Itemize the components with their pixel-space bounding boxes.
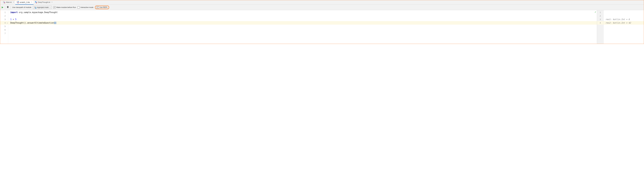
gutter-line: 5 (0, 25, 8, 28)
gutter-line: 3 (0, 18, 8, 21)
interactive-mode-checkbox[interactable]: Interactive mode (78, 6, 94, 9)
results-gutter-line: 3 (597, 18, 604, 21)
kotlin-scratch-icon (17, 1, 19, 3)
gutter-line: 1 (0, 11, 8, 14)
checkbox-label: Use REPL (100, 6, 108, 8)
tab-main-kt[interactable]: Main.kt × (2, 0, 15, 5)
tab-label: scratch_1.kts (20, 1, 30, 3)
tab-label: Main.kt (6, 1, 12, 3)
results-gutter-line: 1 (597, 11, 604, 14)
checkbox-label: Interactive mode (80, 6, 94, 8)
make-module-checkbox[interactable]: Make module before Run (54, 6, 76, 9)
results-gutter: 1234 (597, 10, 604, 44)
result-line (604, 14, 644, 18)
kotlin-class-icon: C (35, 1, 37, 3)
gutter-line: 2 (0, 14, 8, 18)
close-icon[interactable]: × (52, 1, 52, 3)
gutter-line: 7 (0, 32, 8, 35)
run-button[interactable] (2, 7, 3, 8)
use-repl-highlight: Use REPL (95, 6, 109, 9)
editor-gutter: 1234»567 (0, 10, 8, 44)
editor-area: 1234»567 ✔ import org.sample.mypackage.D… (0, 10, 644, 44)
checkbox-icon (54, 6, 56, 9)
code-line[interactable] (8, 14, 597, 18)
code-line[interactable] (8, 28, 597, 32)
status-ok-icon: ✔ (595, 11, 596, 13)
svg-rect-13 (8, 6, 8, 6)
chevron-down-icon: ⌄ (50, 7, 50, 8)
run-marker-icon: » (7, 22, 8, 24)
clear-button[interactable] (7, 6, 9, 9)
code-line[interactable]: import org.sample.mypackage.DeepThought (8, 11, 597, 14)
use-repl-checkbox[interactable]: Use REPL (96, 6, 108, 9)
close-icon[interactable]: × (31, 1, 32, 3)
code-line[interactable] (8, 25, 597, 28)
tab-scratch-1[interactable]: scratch_1.kts × (15, 0, 34, 5)
code-line[interactable]: DeepThought().answerUltimateQuestion() (8, 21, 597, 25)
module-select[interactable]: myproject-main ⌄ (33, 6, 52, 9)
gutter-line: 6 (0, 28, 8, 32)
editor-tabs: Main.kt × scratch_1.kts × C DeepThought.… (0, 0, 644, 5)
results-panel: res1: kotlin.Int = 6res2: kotlin.Int = 4… (604, 10, 644, 44)
code-editor[interactable]: ✔ import org.sample.mypackage.DeepThough… (8, 10, 597, 44)
module-name: myproject-main (37, 6, 49, 8)
code-line[interactable] (8, 32, 597, 35)
result-line (604, 11, 644, 14)
close-icon[interactable]: × (13, 1, 14, 3)
gutter-line: 4» (0, 21, 8, 25)
results-gutter-line: 2 (597, 14, 604, 18)
result-line: res1: kotlin.Int = 6 (604, 18, 644, 21)
svg-rect-11 (7, 7, 8, 8)
classpath-label: Use classpath of module (12, 6, 31, 8)
result-line: res2: kotlin.Int = 42 (604, 21, 644, 25)
results-gutter-line: 4 (597, 21, 604, 25)
scratch-toolbar: Use classpath of module myproject-main ⌄… (0, 5, 644, 10)
svg-point-6 (18, 1, 19, 2)
kotlin-file-icon (3, 1, 5, 3)
code-line[interactable]: 1 + 5 (8, 18, 597, 21)
tab-deepthought-kt[interactable]: C DeepThought.kt × (34, 0, 54, 5)
checkbox-label: Make module before Run (56, 6, 76, 8)
module-icon (34, 7, 36, 8)
tab-label: DeepThought.kt (38, 1, 50, 3)
svg-rect-12 (7, 6, 8, 7)
checkbox-icon (96, 6, 98, 9)
checkbox-icon (78, 6, 80, 9)
